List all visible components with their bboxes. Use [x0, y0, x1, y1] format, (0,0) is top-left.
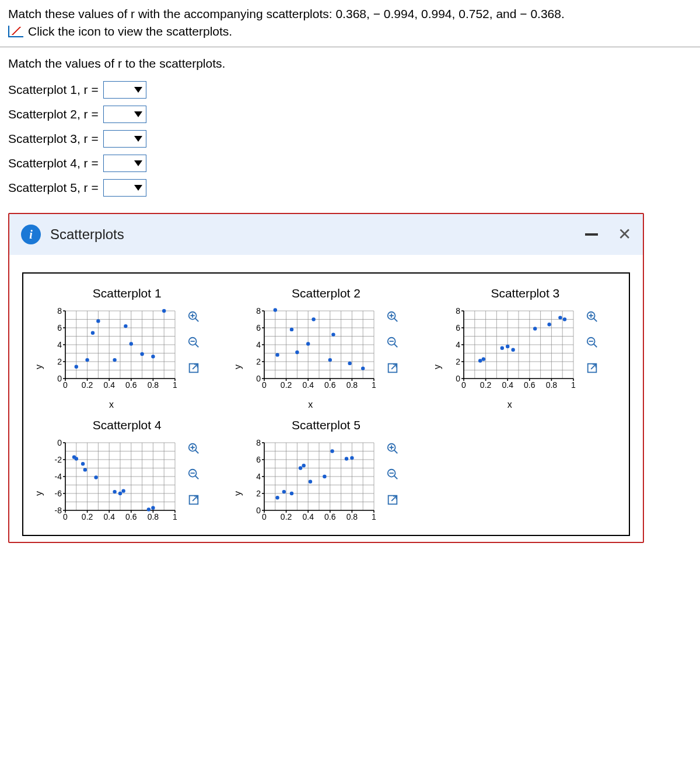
match-row-1: Scatterplot 1, r =: [8, 81, 692, 99]
svg-point-47: [96, 319, 100, 323]
svg-line-118: [394, 318, 398, 322]
popout-icon[interactable]: [186, 360, 202, 376]
svg-text:0: 0: [262, 512, 267, 521]
svg-text:0: 0: [63, 512, 68, 521]
popout-icon[interactable]: [384, 492, 401, 508]
svg-line-250: [192, 496, 197, 501]
r-select-2[interactable]: [103, 106, 146, 123]
svg-point-175: [533, 327, 537, 330]
svg-point-109: [290, 328, 293, 331]
r-select-4[interactable]: [103, 155, 146, 172]
r-select-1[interactable]: [103, 81, 146, 99]
svg-point-45: [85, 358, 89, 362]
plot-title: Scatterplot 4: [34, 418, 220, 432]
popout-icon[interactable]: [186, 492, 202, 508]
svg-point-300: [309, 480, 312, 484]
plot-title: Scatterplot 1: [34, 286, 220, 300]
zoom-in-icon[interactable]: [186, 309, 202, 325]
svg-text:-2: -2: [55, 455, 62, 464]
svg-text:6: 6: [257, 455, 261, 464]
svg-line-59: [195, 344, 199, 348]
match-label: Scatterplot 4, r =: [8, 156, 99, 170]
plot-cell-2: Scatterplot 2 y 0246800.20.40.60.81 x: [233, 286, 419, 410]
zoom-in-icon[interactable]: [384, 309, 401, 325]
scatterplots-modal: i Scatterplots ✕ Scatterplot 1 y 0246800…: [8, 213, 644, 543]
svg-text:0.8: 0.8: [148, 512, 159, 521]
r-select-3[interactable]: [103, 130, 146, 148]
scatter-chart: -8-6-4-2000.20.40.60.81: [44, 438, 178, 531]
r-select-5[interactable]: [103, 179, 146, 197]
scatter-chart: 0246800.20.40.60.81: [243, 306, 377, 400]
x-axis-label: x: [243, 400, 377, 410]
zoom-out-icon[interactable]: [384, 334, 401, 351]
svg-point-234: [81, 462, 85, 465]
svg-point-297: [290, 492, 293, 495]
plots-grid: Scatterplot 1 y 0246800.20.40.60.81 x Sc…: [34, 286, 618, 531]
plot-tools: [384, 306, 401, 376]
svg-point-114: [332, 332, 335, 336]
svg-line-310: [394, 476, 398, 479]
svg-point-113: [328, 358, 332, 362]
svg-text:0: 0: [262, 380, 267, 390]
svg-point-49: [124, 324, 127, 328]
svg-point-239: [121, 489, 125, 492]
svg-text:0: 0: [461, 380, 466, 390]
view-scatterplots-link[interactable]: Click the icon to view the scatterplots.: [8, 24, 692, 38]
svg-point-44: [75, 365, 78, 369]
svg-point-173: [506, 345, 509, 348]
svg-point-302: [331, 449, 334, 453]
x-axis-label: x: [443, 400, 577, 410]
svg-text:0.2: 0.2: [281, 512, 292, 521]
svg-text:2: 2: [57, 357, 62, 366]
svg-text:8: 8: [456, 306, 460, 316]
match-row-4: Scatterplot 4, r =: [8, 155, 692, 172]
svg-point-170: [478, 359, 482, 362]
minimize-icon[interactable]: [585, 233, 598, 236]
scatter-chart: 0246800.20.40.60.81: [443, 306, 577, 400]
zoom-out-icon[interactable]: [186, 334, 202, 351]
svg-point-115: [348, 362, 352, 365]
modal-title: Scatterplots: [50, 226, 576, 243]
plot-tools: [186, 438, 202, 508]
svg-point-176: [547, 323, 551, 326]
svg-point-108: [276, 353, 279, 356]
svg-text:4: 4: [257, 472, 261, 481]
svg-point-116: [361, 366, 365, 370]
scatter-chart: 0246800.20.40.60.81: [44, 306, 178, 400]
svg-text:2: 2: [257, 357, 261, 366]
svg-text:0.2: 0.2: [82, 512, 93, 521]
popout-icon[interactable]: [384, 360, 401, 376]
zoom-out-icon[interactable]: [186, 466, 202, 482]
svg-text:2: 2: [456, 357, 460, 366]
svg-line-125: [391, 365, 396, 369]
sub-prompt: Match the values of r to the scatterplot…: [8, 57, 692, 71]
zoom-in-icon[interactable]: [186, 440, 202, 457]
svg-point-299: [302, 464, 306, 467]
info-icon: i: [21, 225, 41, 244]
svg-point-110: [296, 351, 299, 354]
svg-line-184: [593, 344, 597, 348]
svg-point-48: [113, 358, 116, 362]
svg-text:6: 6: [57, 323, 62, 332]
svg-text:-4: -4: [55, 472, 62, 481]
zoom-in-icon[interactable]: [384, 440, 401, 457]
svg-text:0.4: 0.4: [103, 380, 115, 390]
popout-icon[interactable]: [584, 360, 600, 376]
svg-line-313: [391, 496, 396, 501]
svg-line-243: [195, 450, 199, 454]
svg-text:0.2: 0.2: [281, 380, 292, 390]
question-prompt: Match these values of r with the accompa…: [8, 7, 692, 21]
zoom-out-icon[interactable]: [384, 466, 401, 482]
svg-text:1: 1: [173, 380, 177, 390]
y-axis-label: y: [34, 456, 44, 531]
y-axis-label: y: [233, 456, 243, 531]
zoom-out-icon[interactable]: [584, 334, 600, 351]
plot-cell-5: Scatterplot 5 y 0246800.20.40.60.81: [233, 418, 419, 531]
svg-text:0: 0: [57, 438, 62, 447]
svg-point-238: [118, 492, 122, 495]
zoom-in-icon[interactable]: [584, 309, 600, 325]
svg-point-301: [323, 475, 327, 478]
plot-cell-3: Scatterplot 3 y 0246800.20.40.60.81 x: [432, 286, 618, 410]
svg-point-171: [481, 357, 485, 360]
close-icon[interactable]: ✕: [618, 226, 631, 243]
